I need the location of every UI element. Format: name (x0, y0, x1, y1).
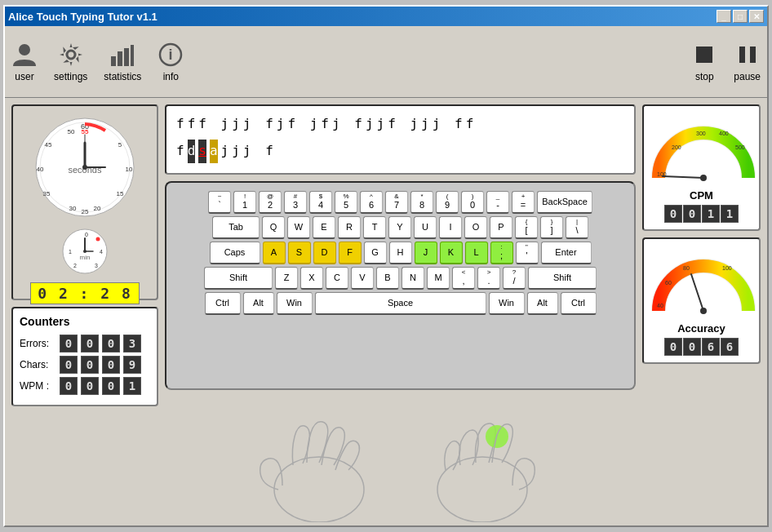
key-q[interactable]: Q (262, 216, 285, 239)
char: j (232, 140, 240, 163)
svg-point-40 (83, 250, 87, 253)
key-ralt[interactable]: Alt (527, 292, 558, 315)
key-p[interactable]: P (490, 216, 512, 239)
key-3[interactable]: #3 (284, 191, 307, 214)
pause-label: pause (734, 71, 761, 82)
window-title: Alice Touch Typing Tutor v1.1 (8, 11, 158, 23)
key-g[interactable]: G (364, 242, 387, 264)
svg-text:30: 30 (69, 205, 77, 212)
key-1[interactable]: !1 (233, 191, 256, 214)
char: j (243, 113, 251, 136)
key-c[interactable]: C (326, 267, 348, 290)
key-rwin[interactable]: Win (489, 292, 525, 315)
chars-digit-0: 0 (60, 356, 78, 374)
key-l[interactable]: L (465, 242, 488, 264)
key-8[interactable]: *8 (410, 191, 433, 214)
cpm-gauge-panel: 100 200 300 400 500 CPM 0 0 1 1 (642, 104, 761, 231)
key-h[interactable]: H (389, 242, 412, 264)
cpm-label: CPM (690, 189, 713, 202)
accuracy-digit-0: 0 (664, 338, 682, 356)
key-lwin[interactable]: Win (277, 292, 313, 315)
key-period[interactable]: >. (477, 267, 500, 290)
close-button[interactable]: ✕ (749, 10, 764, 23)
wpm-digit-1: 0 (81, 377, 99, 395)
key-d[interactable]: D (313, 242, 336, 264)
maximize-button[interactable]: □ (733, 10, 748, 23)
key-o[interactable]: O (464, 216, 487, 239)
key-comma[interactable]: <, (452, 267, 475, 290)
toolbar-pause[interactable]: pause (734, 42, 761, 82)
key-w[interactable]: W (287, 216, 310, 239)
analog-clock: 60 55 5 10 15 20 25 30 35 40 45 50 (32, 114, 138, 220)
text-row-2: f d s a j j j f (176, 140, 624, 163)
key-a[interactable]: A (263, 242, 286, 264)
key-7[interactable]: &7 (385, 191, 408, 214)
key-k[interactable]: K (440, 242, 463, 264)
key-x[interactable]: X (300, 267, 323, 290)
key-i[interactable]: I (439, 216, 462, 239)
key-minus[interactable]: _- (486, 191, 509, 214)
key-equals[interactable]: += (512, 191, 535, 214)
key-n[interactable]: N (402, 267, 424, 290)
accuracy-gauge: 40 60 80 100 (650, 246, 756, 319)
key-m[interactable]: M (427, 267, 450, 290)
errors-digit-3: 3 (123, 335, 141, 352)
errors-row: Errors: 0 0 0 3 (20, 335, 150, 352)
key-lctrl[interactable]: Ctrl (205, 292, 241, 315)
key-enter[interactable]: Enter (541, 242, 592, 264)
key-j[interactable]: J (415, 242, 437, 264)
key-quote[interactable]: "' (516, 242, 539, 264)
key-b[interactable]: B (376, 267, 399, 290)
char (254, 140, 262, 163)
toolbar-info[interactable]: i info (158, 42, 184, 82)
key-r[interactable]: R (338, 216, 361, 239)
key-2[interactable]: @2 (259, 191, 282, 214)
char: j (366, 113, 374, 136)
key-tab[interactable]: Tab (212, 216, 260, 239)
key-f[interactable]: F (339, 242, 362, 264)
key-space[interactable]: Space (315, 292, 486, 315)
svg-text:20: 20 (94, 205, 101, 212)
key-v[interactable]: V (351, 267, 374, 290)
key-4[interactable]: $4 (309, 191, 332, 214)
accuracy-digit-3: 6 (721, 338, 739, 356)
toolbar-statistics[interactable]: statistics (104, 42, 141, 82)
key-e[interactable]: E (313, 216, 335, 239)
key-rshift[interactable]: Shift (528, 267, 597, 290)
accuracy-digit-2: 6 (702, 338, 720, 356)
toolbar-settings[interactable]: settings (54, 42, 87, 82)
key-s[interactable]: S (288, 242, 311, 264)
key-lalt[interactable]: Alt (243, 292, 274, 315)
key-0[interactable]: )0 (461, 191, 484, 214)
key-6[interactable]: ^6 (360, 191, 383, 214)
key-t[interactable]: T (363, 216, 386, 239)
svg-text:200: 200 (672, 144, 681, 150)
char: f (265, 140, 273, 163)
svg-text:25: 25 (82, 208, 89, 215)
key-lshift[interactable]: Shift (204, 267, 273, 290)
toolbar-right: stop pause (691, 42, 761, 82)
key-lbracket[interactable]: {[ (515, 216, 538, 239)
main-window: Alice Touch Typing Tutor v1.1 _ □ ✕ user (3, 5, 769, 527)
key-slash[interactable]: ?/ (503, 267, 526, 290)
minimize-button[interactable]: _ (717, 10, 731, 23)
key-semicolon[interactable]: :; (490, 242, 513, 264)
key-caps[interactable]: Caps (210, 242, 260, 264)
key-backspace[interactable]: BackSpace (537, 191, 592, 214)
cpm-digit-1: 0 (683, 205, 701, 223)
key-rctrl[interactable]: Ctrl (561, 292, 597, 315)
char: f (388, 113, 396, 136)
key-5[interactable]: %5 (335, 191, 357, 214)
key-u[interactable]: U (414, 216, 437, 239)
toolbar-user[interactable]: user (11, 42, 38, 82)
key-9[interactable]: (9 (436, 191, 459, 214)
key-backtick[interactable]: ~` (208, 191, 231, 214)
chars-digit-2: 0 (102, 356, 120, 374)
char: j (221, 140, 229, 163)
svg-text:40: 40 (37, 166, 44, 173)
toolbar-stop[interactable]: stop (691, 42, 717, 82)
key-backslash[interactable]: |\ (566, 216, 588, 239)
key-rbracket[interactable]: }] (540, 216, 563, 239)
key-y[interactable]: Y (388, 216, 411, 239)
key-z[interactable]: Z (275, 267, 298, 290)
